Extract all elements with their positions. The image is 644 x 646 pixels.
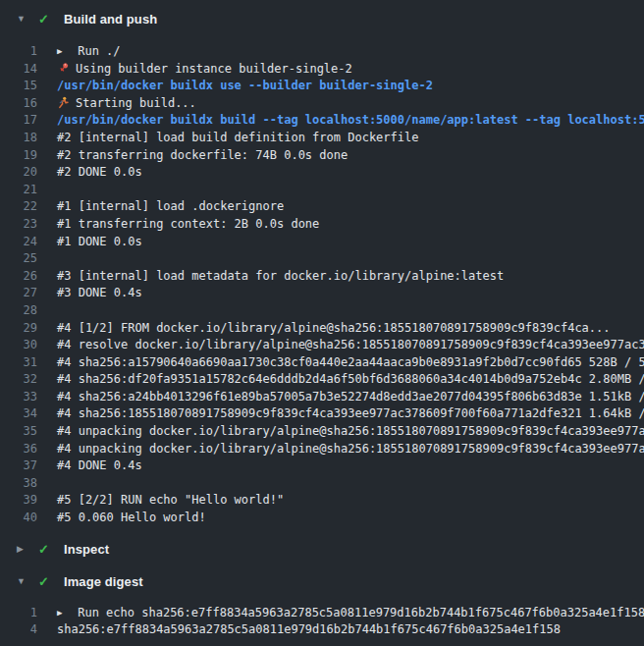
log-line: 14Using builder instance builder-single-… — [0, 61, 644, 79]
workflow-log-viewer: ▼✓Build and push1▶ Run ./14Using builder… — [0, 0, 644, 639]
log-section: ▶✓Inspect — [0, 541, 644, 559]
log-text: #2 DONE 0.0s — [37, 164, 644, 182]
success-check-icon: ✓ — [38, 543, 52, 556]
log-line: 4sha256:e7ff8834a5963a2785c5a0811e979d16… — [0, 621, 644, 639]
line-number[interactable]: 24 — [0, 234, 37, 251]
log-line: 30#4 resolve docker.io/library/alpine@sh… — [0, 337, 644, 354]
log-line: 22#1 [internal] load .dockerignore — [0, 198, 644, 216]
line-number[interactable]: 28 — [0, 302, 37, 320]
section-title: Build and push — [64, 12, 157, 27]
log-line: 35#4 unpacking docker.io/library/alpine@… — [0, 423, 644, 441]
log-text: #4 sha256:185518070891758909c9f839cf4ca3… — [37, 405, 644, 423]
log-lines: 1▶ Run echo sha256:e7ff8834a5963a2785c5a… — [0, 605, 644, 639]
line-number[interactable]: 22 — [0, 198, 37, 216]
line-number[interactable]: 23 — [0, 216, 37, 234]
line-number[interactable]: 1 — [0, 43, 37, 61]
log-line: 19#2 transferring dockerfile: 74B 0.0s d… — [0, 147, 644, 165]
log-line: 20#2 DONE 0.0s — [0, 164, 644, 182]
log-text: #1 transferring context: 2B 0.0s done — [37, 216, 644, 234]
log-text: Using builder instance builder-single-2 — [37, 61, 644, 79]
line-number[interactable]: 25 — [0, 250, 37, 268]
pushpin-icon — [57, 62, 71, 75]
log-line: 15/usr/bin/docker buildx use --builder b… — [0, 78, 644, 95]
line-number[interactable]: 16 — [0, 95, 37, 113]
log-text: #4 sha256:a24bb4013296f61e89ba57005a7b3e… — [37, 389, 644, 406]
line-number[interactable]: 36 — [0, 441, 37, 458]
log-line: 17/usr/bin/docker buildx build --tag loc… — [0, 112, 644, 130]
line-number[interactable]: 19 — [0, 147, 37, 165]
line-number[interactable]: 1 — [0, 605, 37, 622]
log-line: 1▶ Run ./ — [0, 43, 644, 61]
section-header[interactable]: ▼✓Image digest — [0, 573, 644, 591]
run-arrow-icon: ▶ — [57, 43, 71, 61]
line-number[interactable]: 38 — [0, 475, 37, 493]
log-text: #4 sha256:a15790640a6690aa1730c38cf0a440… — [37, 354, 644, 372]
line-number[interactable]: 35 — [0, 423, 37, 441]
section-header[interactable]: ▶✓Inspect — [0, 541, 644, 559]
log-line: 38 — [0, 475, 644, 493]
chevron-down-icon[interactable]: ▼ — [17, 15, 27, 24]
line-number[interactable]: 33 — [0, 389, 37, 406]
log-line: 25 — [0, 250, 644, 268]
log-line: 26#3 [internal] load metadata for docker… — [0, 268, 644, 286]
log-text: #2 transferring dockerfile: 74B 0.0s don… — [37, 147, 644, 165]
log-line: 28 — [0, 302, 644, 320]
line-number[interactable]: 27 — [0, 285, 37, 302]
log-text — [37, 182, 644, 199]
line-number[interactable]: 18 — [0, 130, 37, 147]
log-text: sha256:e7ff8834a5963a2785c5a0811e979d16b… — [37, 621, 644, 639]
log-line: 36#4 unpacking docker.io/library/alpine@… — [0, 441, 644, 458]
log-line: 32#4 sha256:df20fa9351a15782c64e6dddb2d4… — [0, 371, 644, 389]
log-text: #4 unpacking docker.io/library/alpine@sh… — [37, 441, 644, 458]
log-line: 27#3 DONE 0.4s — [0, 285, 644, 302]
log-line: 39#5 [2/2] RUN echo "Hello world!" — [0, 492, 644, 510]
log-line: 37#4 DONE 0.4s — [0, 458, 644, 475]
line-number[interactable]: 37 — [0, 458, 37, 475]
section-title: Inspect — [64, 542, 109, 557]
line-number[interactable]: 14 — [0, 61, 37, 79]
log-line: 23#1 transferring context: 2B 0.0s done — [0, 216, 644, 234]
log-section: ▼✓Image digest1▶ Run echo sha256:e7ff883… — [0, 573, 644, 639]
runner-icon — [57, 96, 71, 109]
log-text — [37, 302, 644, 320]
log-line: 33#4 sha256:a24bb4013296f61e89ba57005a7b… — [0, 389, 644, 406]
line-number[interactable]: 21 — [0, 182, 37, 199]
log-text: #2 [internal] load build definition from… — [37, 130, 644, 147]
chevron-right-icon[interactable]: ▶ — [17, 545, 27, 554]
log-line: 21 — [0, 182, 644, 199]
log-text: #1 [internal] load .dockerignore — [37, 198, 644, 216]
line-number[interactable]: 39 — [0, 492, 37, 510]
log-text: ▶ Run ./ — [37, 43, 644, 61]
line-number[interactable]: 31 — [0, 354, 37, 372]
log-line: 29#4 [1/2] FROM docker.io/library/alpine… — [0, 320, 644, 338]
log-line: 40#5 0.060 Hello world! — [0, 510, 644, 527]
line-number[interactable]: 15 — [0, 78, 37, 95]
log-section: ▼✓Build and push1▶ Run ./14Using builder… — [0, 10, 644, 527]
log-text: /usr/bin/docker buildx use --builder bui… — [37, 78, 644, 95]
line-number[interactable]: 34 — [0, 405, 37, 423]
line-number[interactable]: 29 — [0, 320, 37, 338]
log-text: #5 [2/2] RUN echo "Hello world!" — [37, 492, 644, 510]
line-number[interactable]: 26 — [0, 268, 37, 286]
log-text: Starting build... — [37, 95, 644, 113]
success-check-icon: ✓ — [38, 575, 52, 588]
log-text: #4 resolve docker.io/library/alpine@sha2… — [37, 337, 644, 354]
log-line: 1▶ Run echo sha256:e7ff8834a5963a2785c5a… — [0, 605, 644, 622]
log-line: 18#2 [internal] load build definition fr… — [0, 130, 644, 147]
log-text — [37, 250, 644, 268]
line-number[interactable]: 32 — [0, 371, 37, 389]
log-line: 34#4 sha256:185518070891758909c9f839cf4c… — [0, 405, 644, 423]
line-number[interactable]: 20 — [0, 164, 37, 182]
log-text: ▶ Run echo sha256:e7ff8834a5963a2785c5a0… — [37, 605, 644, 622]
line-number[interactable]: 17 — [0, 112, 37, 130]
run-arrow-icon: ▶ — [57, 605, 71, 622]
log-text: #4 sha256:df20fa9351a15782c64e6dddb2d4a6… — [37, 371, 644, 389]
line-number[interactable]: 30 — [0, 337, 37, 354]
section-title: Image digest — [64, 574, 143, 589]
line-number[interactable]: 40 — [0, 510, 37, 527]
log-text: #1 DONE 0.0s — [37, 234, 644, 251]
log-text: #4 [1/2] FROM docker.io/library/alpine@s… — [37, 320, 644, 338]
section-header[interactable]: ▼✓Build and push — [0, 10, 644, 27]
line-number[interactable]: 4 — [0, 621, 37, 639]
chevron-down-icon[interactable]: ▼ — [17, 577, 27, 586]
